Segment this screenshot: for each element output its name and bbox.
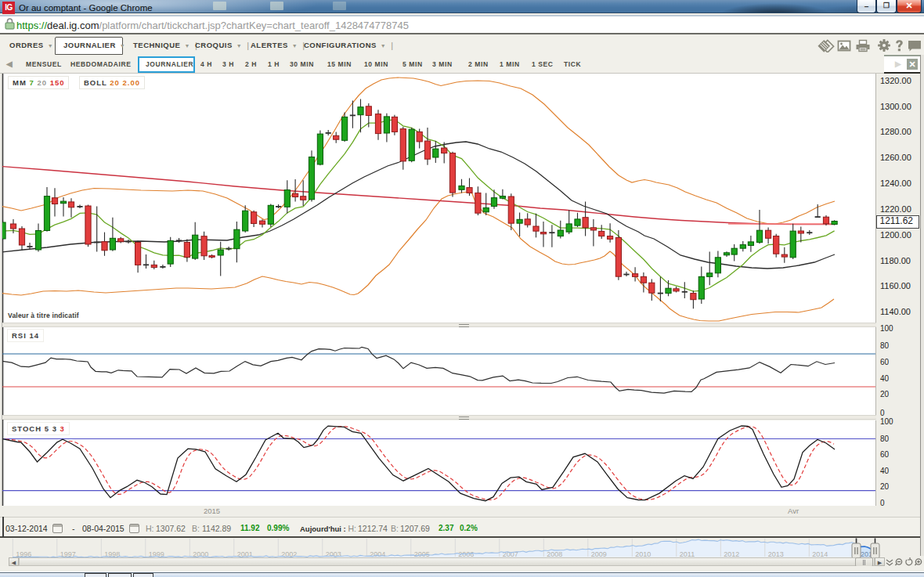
svg-text:100: 100: [880, 417, 893, 426]
svg-text:0: 0: [880, 499, 885, 507]
svg-text:1300.00: 1300.00: [880, 102, 911, 111]
svg-text:60: 60: [880, 358, 890, 366]
svg-text:60: 60: [880, 450, 890, 459]
svg-text:1140.00: 1140.00: [880, 307, 911, 316]
svg-text:1260.00: 1260.00: [880, 153, 911, 162]
svg-text:2015: 2015: [204, 507, 220, 515]
svg-text:1220.00: 1220.00: [880, 204, 911, 214]
svg-text:40: 40: [880, 467, 890, 475]
svg-text:20: 20: [880, 482, 890, 491]
svg-text:1240.00: 1240.00: [880, 179, 911, 188]
svg-text:20: 20: [880, 390, 890, 398]
svg-text:1280.00: 1280.00: [880, 127, 911, 136]
svg-text:40: 40: [880, 374, 890, 383]
svg-text:1160.00: 1160.00: [880, 281, 911, 290]
svg-text:1320.00: 1320.00: [880, 76, 911, 85]
svg-text:1180.00: 1180.00: [880, 256, 911, 265]
svg-text:0: 0: [880, 409, 885, 417]
svg-text:100: 100: [880, 324, 893, 333]
svg-text:1200.00: 1200.00: [880, 230, 911, 240]
svg-text:80: 80: [880, 435, 890, 443]
svg-text:Avr: Avr: [788, 507, 799, 515]
svg-text:80: 80: [880, 341, 890, 350]
